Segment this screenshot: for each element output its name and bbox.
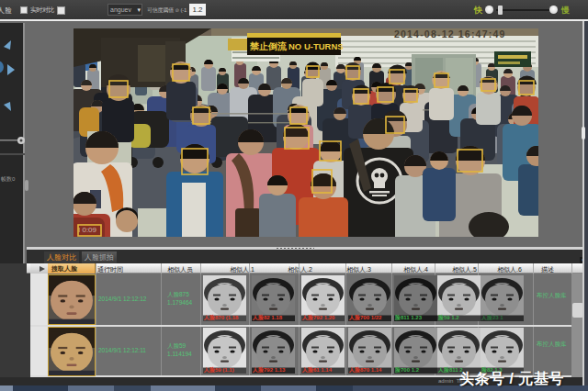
svg-text:禁止倒流NO U-TURNS: 禁止倒流NO U-TURNS <box>249 41 344 51</box>
svg-text:I 0:09: I 0:09 <box>78 226 97 234</box>
svg-text:2014-08-12 16:47:49: 2014-08-12 16:47:49 <box>394 28 505 39</box>
